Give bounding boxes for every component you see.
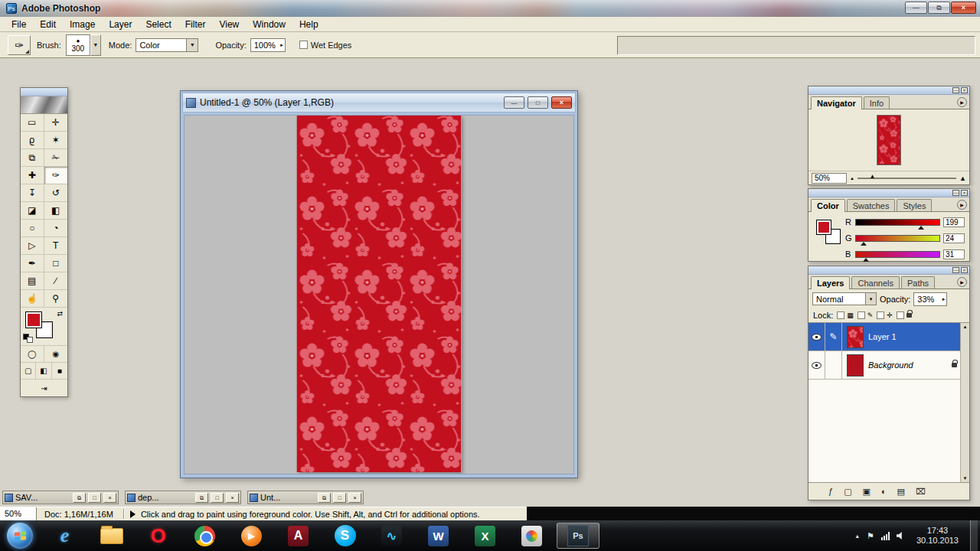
taskbar-swirl-app[interactable]: ∿	[368, 520, 415, 551]
tab-navigator[interactable]: Navigator	[811, 96, 862, 109]
standard-screen-button[interactable]: ▢	[21, 363, 36, 380]
scroll-down-icon[interactable]: ▾	[961, 475, 969, 481]
type-tool[interactable]: T	[44, 237, 68, 255]
opacity-field[interactable]: 100% ▸	[250, 38, 286, 52]
brush-preset-picker[interactable]: ● 300 ▾	[66, 34, 101, 56]
restore-button[interactable]: ⧉	[195, 493, 208, 503]
close-button[interactable]: ×	[951, 2, 976, 14]
swap-colors-icon[interactable]: ⇄	[57, 310, 63, 318]
layers-drag-handle[interactable]: — ×	[808, 266, 969, 275]
lock-image-checkbox[interactable]	[858, 311, 865, 319]
palette-menu-icon[interactable]: ▶	[957, 277, 967, 287]
foreground-color-swatch[interactable]	[25, 311, 42, 328]
blue-slider-thumb[interactable]	[863, 258, 869, 262]
taskbar-chrome[interactable]	[181, 520, 228, 551]
minimized-doc-sav[interactable]: SAV... ⧉ □ ×	[2, 491, 119, 504]
palette-close-icon[interactable]: ×	[961, 190, 968, 196]
restore-button[interactable]: ⧉	[928, 2, 950, 14]
start-button[interactable]	[7, 523, 33, 549]
layer-name[interactable]: Background	[868, 360, 913, 370]
green-value-field[interactable]: 24	[943, 233, 965, 243]
move-tool[interactable]: ✛	[44, 114, 68, 132]
crop-tool[interactable]: ⧉	[21, 149, 44, 167]
adjustment-layer-button[interactable]: ◐	[881, 487, 887, 496]
canvas[interactable]	[297, 116, 462, 472]
menu-file[interactable]: File	[5, 18, 33, 31]
status-popup-arrow-icon[interactable]	[130, 510, 136, 518]
lasso-tool[interactable]: ϱ	[21, 132, 44, 149]
red-slider[interactable]	[855, 219, 940, 226]
menu-filter[interactable]: Filter	[178, 18, 213, 31]
layer-row-layer1[interactable]: ✎ Layer 1	[808, 323, 969, 351]
palette-minimize-icon[interactable]: —	[952, 190, 959, 196]
visibility-toggle[interactable]	[808, 351, 825, 379]
minimize-button[interactable]: —	[905, 2, 927, 14]
tool-preset-picker[interactable]: ✑	[8, 35, 31, 55]
tab-channels[interactable]: Channels	[851, 276, 899, 289]
visibility-toggle[interactable]	[808, 323, 825, 350]
maximize-button[interactable]: □	[333, 493, 346, 503]
standard-mode-button[interactable]: ◯	[21, 346, 44, 363]
tab-paths[interactable]: Paths	[901, 276, 935, 289]
new-layer-button[interactable]: ▤	[897, 487, 905, 497]
hand-tool[interactable]: ☝	[21, 290, 44, 308]
navigator-zoom-field[interactable]: 50%	[812, 173, 847, 184]
layer-name[interactable]: Layer 1	[868, 332, 897, 341]
zoom-tool[interactable]: ⚲	[44, 290, 68, 308]
zoom-in-icon[interactable]: ▲	[959, 174, 966, 182]
taskbar-windows-explorer[interactable]	[88, 520, 135, 551]
palette-menu-icon[interactable]: ▶	[957, 97, 967, 107]
palette-well[interactable]	[617, 36, 975, 55]
tab-info[interactable]: Info	[864, 96, 890, 109]
tab-layers[interactable]: Layers	[811, 276, 850, 289]
menu-view[interactable]: View	[212, 18, 246, 31]
layer-row-background[interactable]: Background	[808, 351, 969, 380]
layer-thumbnail[interactable]	[847, 354, 864, 377]
color-drag-handle[interactable]: — ×	[808, 189, 969, 197]
gradient-tool[interactable]: ◧	[44, 202, 68, 220]
wet-edges-checkbox[interactable]	[299, 41, 308, 49]
document-titlebar[interactable]: Untitled-1 @ 50% (Layer 1,RGB) — □ ×	[182, 93, 576, 112]
hidden-icons-button[interactable]: ▲	[854, 533, 860, 539]
close-button[interactable]: ×	[226, 493, 239, 503]
navigator-thumbnail[interactable]	[877, 116, 900, 165]
doc-minimize-button[interactable]: —	[504, 96, 524, 109]
close-button[interactable]: ×	[103, 493, 116, 503]
taskbar-skype[interactable]: S	[322, 520, 368, 551]
adobe-online-button[interactable]	[21, 96, 67, 114]
app-titlebar[interactable]: Ps Adobe Photoshop — ⧉ ×	[0, 0, 980, 17]
palette-close-icon[interactable]: ×	[961, 87, 968, 93]
jump-to-imageready-button[interactable]: ⇥	[21, 380, 67, 396]
fullscreen-button[interactable]: ■	[52, 363, 67, 380]
brush-tool[interactable]: ✑	[44, 167, 68, 184]
lock-all-checkbox[interactable]	[897, 311, 904, 319]
taskbar-word[interactable]: W	[415, 520, 462, 551]
menu-edit[interactable]: Edit	[33, 18, 63, 31]
status-zoom-field[interactable]: 50%	[0, 507, 37, 521]
taskbar-excel[interactable]: X	[462, 520, 508, 551]
opacity-popup-arrow-icon[interactable]: ▸	[280, 42, 285, 48]
notes-tool[interactable]: ▤	[21, 272, 44, 290]
layer-set-button[interactable]: ▣	[863, 487, 871, 497]
layer-thumbnail[interactable]	[847, 326, 864, 348]
mode-dropdown-arrow-icon[interactable]: ▾	[186, 39, 198, 51]
navigator-drag-handle[interactable]: — ×	[808, 86, 969, 95]
palette-close-icon[interactable]: ×	[961, 267, 968, 273]
taskbar-opera[interactable]: O	[135, 520, 181, 551]
layers-scrollbar[interactable]: ▴ ▾	[960, 323, 969, 482]
shape-tool[interactable]: □	[44, 255, 68, 272]
restore-button[interactable]: ⧉	[73, 493, 86, 503]
default-colors-icon[interactable]	[23, 334, 34, 343]
taskbar-internet-explorer[interactable]: e	[41, 520, 88, 551]
quick-mask-mode-button[interactable]: ◉	[44, 346, 68, 363]
brush-dropdown-arrow-icon[interactable]: ▾	[90, 34, 101, 56]
green-slider-thumb[interactable]	[861, 242, 867, 246]
doc-maximize-button[interactable]: □	[528, 96, 548, 109]
blur-tool[interactable]: ○	[21, 220, 44, 237]
palette-minimize-icon[interactable]: —	[952, 87, 959, 93]
fullscreen-menubar-button[interactable]: ◧	[36, 363, 51, 380]
menu-select[interactable]: Select	[139, 18, 178, 31]
slice-tool[interactable]: ✁	[44, 149, 68, 167]
layer-opacity-arrow-icon[interactable]: ▸	[942, 296, 947, 302]
red-value-field[interactable]: 199	[943, 217, 965, 227]
